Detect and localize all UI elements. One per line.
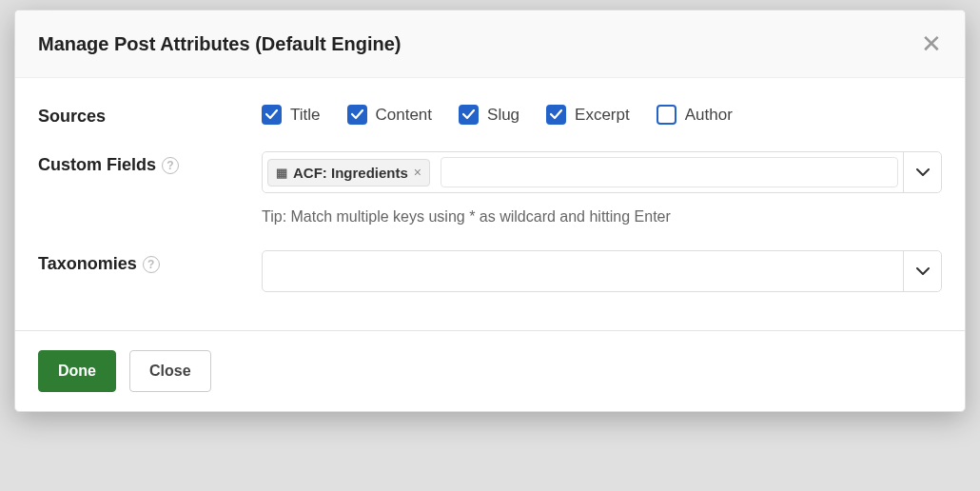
select-inner: ▦ ACF: Ingredients × (263, 152, 903, 192)
row-custom-fields: Custom Fields ? ▦ ACF: Ingredients × (38, 151, 942, 226)
grid-icon: ▦ (276, 167, 287, 179)
done-button[interactable]: Done (38, 350, 116, 392)
checkbox-content[interactable]: Content (347, 105, 433, 125)
modal-title: Manage Post Attributes (Default Engine) (38, 33, 402, 55)
custom-fields-select[interactable]: ▦ ACF: Ingredients × (262, 151, 942, 193)
custom-fields-input[interactable] (441, 157, 898, 187)
tag-label: ACF: Ingredients (293, 165, 408, 181)
sources-checkbox-row: Title Content Slug (262, 103, 942, 125)
close-button[interactable]: Close (129, 350, 211, 392)
taxonomies-label: Taxonomies (38, 254, 137, 274)
label-col-taxonomies: Taxonomies ? (38, 250, 262, 274)
modal-body: Sources Title (15, 78, 965, 330)
control-col-sources: Title Content Slug (262, 103, 942, 125)
taxonomies-select[interactable] (262, 250, 942, 292)
checkbox-slug[interactable]: Slug (459, 105, 519, 125)
label-col-custom-fields: Custom Fields ? (38, 151, 262, 175)
row-taxonomies: Taxonomies ? (38, 250, 942, 292)
checkbox-label: Excerpt (575, 106, 630, 125)
checkbox-label: Slug (487, 106, 519, 125)
checkbox-input[interactable] (546, 105, 566, 125)
chevron-down-icon[interactable] (903, 152, 941, 192)
select-inner (263, 251, 903, 291)
control-col-custom-fields: ▦ ACF: Ingredients × Tip: Match multiple… (262, 151, 942, 226)
modal: Manage Post Attributes (Default Engine) … (14, 10, 966, 412)
checkbox-label: Author (685, 106, 733, 125)
checkbox-label: Title (290, 106, 321, 125)
checkbox-title[interactable]: Title (262, 105, 321, 125)
checkbox-excerpt[interactable]: Excerpt (546, 105, 630, 125)
checkbox-input[interactable] (262, 105, 282, 125)
taxonomies-input[interactable] (270, 256, 898, 286)
modal-header: Manage Post Attributes (Default Engine) … (15, 10, 965, 78)
control-col-taxonomies (262, 250, 942, 292)
label-col-sources: Sources (38, 103, 262, 127)
custom-fields-tip: Tip: Match multiple keys using * as wild… (262, 208, 942, 226)
modal-footer: Done Close (15, 330, 965, 411)
checkbox-label: Content (376, 106, 433, 125)
remove-tag-icon[interactable]: × (414, 166, 421, 179)
checkbox-input[interactable] (657, 105, 676, 125)
checkbox-author[interactable]: Author (657, 105, 733, 125)
chevron-down-icon[interactable] (903, 251, 941, 291)
modal-overlay: Manage Post Attributes (Default Engine) … (0, 0, 980, 491)
checkbox-input[interactable] (347, 105, 367, 125)
help-icon[interactable]: ? (143, 256, 160, 273)
close-icon[interactable]: ✕ (921, 31, 942, 56)
checkbox-input[interactable] (459, 105, 479, 125)
row-sources: Sources Title (38, 103, 942, 127)
help-icon[interactable]: ? (162, 157, 179, 174)
custom-fields-label: Custom Fields (38, 155, 156, 175)
selected-tag: ▦ ACF: Ingredients × (267, 159, 430, 187)
sources-label: Sources (38, 107, 106, 127)
